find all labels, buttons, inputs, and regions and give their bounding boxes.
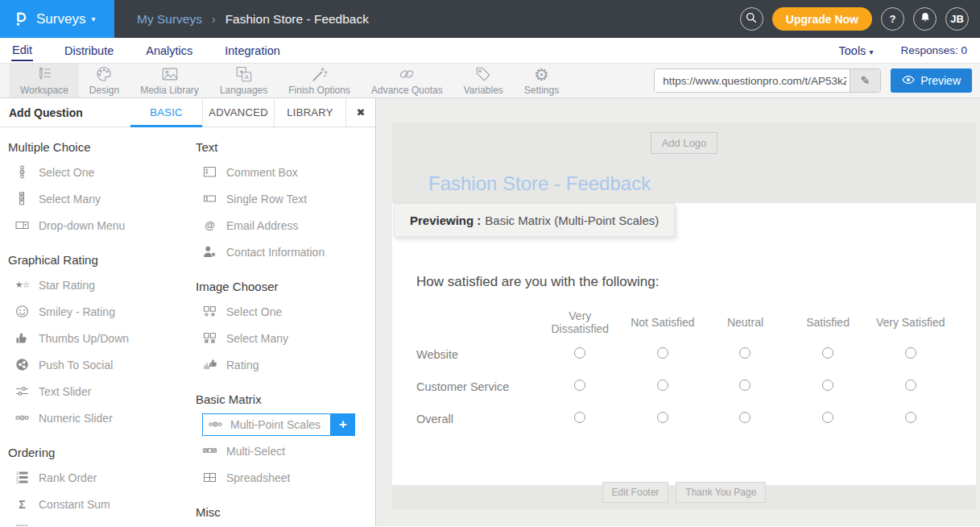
matrix-radio[interactable] [905, 412, 916, 423]
question-type-item[interactable]: Drop-down Menu [8, 212, 188, 239]
question-type-item[interactable]: ★☆Star Rating [8, 272, 188, 298]
question-category: Basic MatrixMulti-Point Scales+Multi-Sel… [196, 392, 375, 491]
toolbar-advance-quotas[interactable]: Advance Quotas [361, 64, 453, 98]
breadcrumb-separator-icon: › [212, 13, 216, 26]
matrix-radio[interactable] [822, 347, 833, 359]
question-type-label: Rating [226, 359, 258, 371]
category-heading: Misc [196, 505, 375, 519]
finish-options-icon [310, 65, 329, 83]
question-type-item[interactable]: Select One [196, 298, 375, 325]
matrix-radio[interactable] [905, 347, 916, 359]
question-type-item[interactable]: Spreadsheet [196, 464, 375, 491]
matrix-radio[interactable] [657, 347, 668, 359]
matrix-table: Very DissatisfiedNot SatisfiedNeutralSat… [416, 309, 952, 435]
toolbar-settings[interactable]: ⚙ Settings [514, 64, 569, 98]
question-type-item[interactable]: Text Slider [8, 378, 188, 405]
product-switcher[interactable]: Surveys ▾ [0, 0, 114, 38]
tab-basic[interactable]: BASIC [130, 98, 202, 127]
toolbar-media-library[interactable]: Media Library [130, 64, 209, 98]
toolbar-workspace[interactable]: Workspace [10, 64, 79, 98]
advance-quotas-icon [397, 65, 416, 83]
panel-title: Add Question [0, 98, 130, 127]
question-type-label: Numeric Slider [39, 412, 113, 425]
search-button[interactable] [740, 7, 763, 31]
tab-edit[interactable]: Edit [11, 39, 33, 61]
question-type-label: Constant Sum [39, 498, 110, 511]
tab-library[interactable]: LIBRARY [274, 98, 345, 127]
avatar[interactable]: JB [945, 7, 969, 31]
question-type-label: Push To Social [39, 359, 113, 371]
matrix-radio[interactable] [574, 347, 585, 359]
tools-menu[interactable]: Tools ▾ [839, 44, 874, 57]
question-type-item[interactable]: @Email Address [196, 212, 375, 239]
matrix-row-label: Customer Service [416, 380, 539, 393]
question-type-item[interactable] [8, 517, 188, 526]
matrix-radio[interactable] [822, 380, 833, 391]
matrix-column-header: Neutral [704, 316, 787, 329]
breadcrumb-my-surveys[interactable]: My Surveys [137, 12, 202, 27]
close-icon: ✖ [357, 106, 366, 118]
thank-you-page-button[interactable]: Thank You Page [676, 482, 766, 503]
toolbar-finish-options[interactable]: Finish Options [278, 64, 361, 98]
matrix-radio[interactable] [905, 380, 916, 391]
edit-footer-button[interactable]: Edit Footer [602, 482, 669, 503]
matrix-radio[interactable] [657, 380, 668, 391]
question-type-item[interactable]: Select One [8, 159, 188, 185]
image-select-one-icon [202, 305, 217, 319]
star-rating-icon: ★☆ [14, 278, 30, 293]
question-type-item[interactable]: Single Row Text [196, 185, 375, 212]
matrix-radio[interactable] [574, 380, 585, 391]
question-type-label: Rank Order [39, 471, 97, 484]
question-type-item[interactable]: Multi-Point Scales+ [196, 411, 375, 438]
survey-url-field: ✎ [654, 68, 881, 93]
preview-button[interactable]: Preview [891, 68, 972, 93]
tab-analytics[interactable]: Analytics [145, 40, 193, 60]
question-type-item[interactable]: Contact Information [196, 239, 375, 265]
question-type-item[interactable]: Push To Social [8, 351, 188, 378]
question-type-item[interactable]: Comment Box [196, 159, 375, 185]
category-heading: Basic Matrix [196, 392, 375, 406]
question-type-item[interactable]: Select Many [196, 325, 375, 351]
matrix-radio[interactable] [574, 412, 585, 423]
question-type-label: Select Many [39, 193, 101, 205]
matrix-radio[interactable] [739, 347, 751, 359]
close-panel-button[interactable]: ✖ [345, 98, 375, 127]
notifications-button[interactable] [913, 7, 937, 31]
help-button[interactable]: ? [881, 7, 904, 31]
upgrade-now-button[interactable]: Upgrade Now [772, 7, 872, 31]
question-type-item[interactable]: Multi-Select [196, 438, 375, 464]
matrix-column-header: Not Satisfied [622, 316, 705, 329]
selected-question-type[interactable]: Multi-Point Scales [202, 413, 331, 436]
toolbar-design[interactable]: Design [79, 64, 130, 98]
matrix-radio[interactable] [739, 380, 751, 391]
responses-count[interactable]: Responses: 0 [900, 44, 969, 56]
edit-url-button[interactable]: ✎ [850, 69, 880, 92]
eye-icon [902, 74, 915, 87]
question-type-item[interactable]: Rating [196, 351, 375, 378]
question-type-item[interactable]: Smiley - Rating [8, 298, 188, 325]
matrix-radio[interactable] [822, 412, 833, 423]
tab-integration[interactable]: Integration [224, 40, 281, 60]
question-card: Previewing : Basic Matrix (Multi-Point S… [392, 203, 976, 485]
survey-url-input[interactable] [655, 69, 850, 92]
add-logo-button[interactable]: Add Logo [651, 132, 718, 154]
tab-distribute[interactable]: Distribute [64, 40, 114, 60]
tab-advanced[interactable]: ADVANCED [202, 98, 274, 127]
toolbar-variables[interactable]: Variables [453, 64, 514, 98]
question-type-item[interactable]: ΣConstant Sum [8, 491, 188, 517]
radio-list-icon [14, 165, 30, 180]
question-type-item[interactable]: Select Many [8, 185, 188, 212]
svg-text:★: ★ [239, 69, 243, 74]
question-type-item[interactable]: 123Rank Order [8, 464, 188, 491]
design-icon [94, 65, 114, 83]
question-type-item[interactable]: Thumbs Up/Down [8, 325, 188, 351]
matrix-radio[interactable] [657, 412, 668, 423]
matrix-row-label: Overall [416, 413, 539, 425]
matrix-radio[interactable] [739, 412, 751, 423]
add-question-plus-button[interactable]: + [331, 413, 355, 436]
survey-title[interactable]: Fashion Store - Feedback [428, 172, 976, 203]
toolbar-languages[interactable]: ★A Languages [209, 64, 278, 98]
image-rating-icon [202, 358, 217, 372]
questionpro-logo-icon [10, 7, 31, 31]
question-type-item[interactable]: Numeric Slider [8, 405, 188, 431]
